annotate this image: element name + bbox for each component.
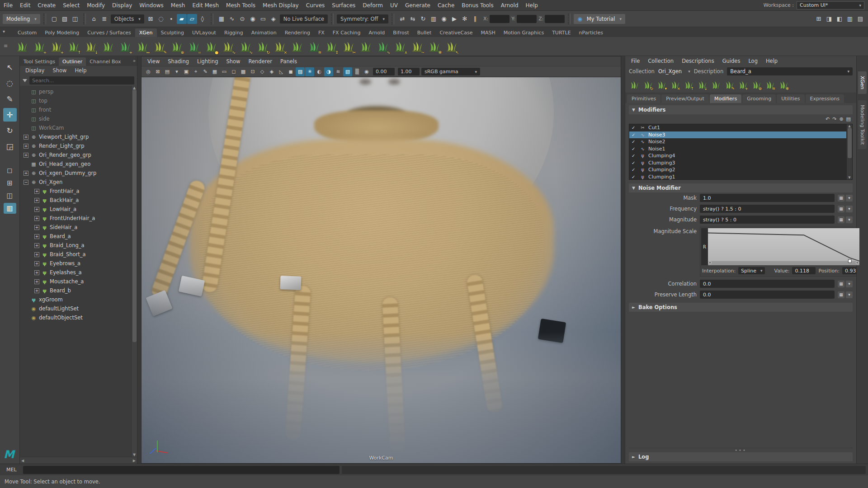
menu-item[interactable]: Display [108,0,136,11]
xgen-import-collection-icon[interactable]: ↓ [82,38,99,55]
xgen-comb-brush-icon[interactable]: ≋ [306,38,322,55]
2d-pan-zoom-icon[interactable]: ⌖ [191,67,200,76]
expand-toggle-icon[interactable]: + [34,198,39,203]
symmetry-selector[interactable]: Symmetry: Off ▾ [337,14,388,23]
menu-set-selector[interactable]: Modeling ▾ [3,14,40,24]
xgen-description-icon[interactable] [628,79,640,91]
toolbar-grip[interactable] [392,14,394,24]
x-ray-icon[interactable]: ▒ [353,67,362,76]
xgen-length-brush-icon[interactable]: ↕ [323,38,339,55]
ramp-widget[interactable]: R > Interpola [700,227,868,277]
ramp-curve-area[interactable] [708,228,859,265]
expression-menu-icon[interactable]: ▾ [846,216,853,223]
expand-toggle-icon[interactable] [24,306,28,311]
modifier-row[interactable]: ✓ ∿ Noise1 [629,145,846,153]
expand-toggle-icon[interactable]: + [34,261,39,266]
highlight-selection-icon[interactable]: ◌ [156,14,166,24]
shelf-tab[interactable]: MASH [476,28,499,37]
xgen-density-brush-icon[interactable] [288,38,305,55]
xgen-menu-item[interactable]: File [627,58,644,64]
lock-selection-icon[interactable]: ⊠ [146,14,156,24]
modifier-checkbox[interactable]: ✓ [632,160,637,165]
toolbar-grip[interactable] [331,14,334,24]
toolbar-grip[interactable] [83,14,86,24]
scroll-up-icon[interactable]: ▲ [133,86,136,90]
viewport-menu-item[interactable]: Renderer [245,58,277,65]
shelf-tab[interactable]: TURTLE [548,28,575,37]
coordinate-input[interactable] [490,15,509,23]
menu-item[interactable]: UV [387,0,401,11]
output-connections-icon[interactable]: ⇆ [408,14,418,24]
modifier-row[interactable]: ✓ ψ Clumping3 [629,160,846,167]
paint-select-tool-button[interactable]: ✎ [3,92,17,106]
xgen-copy-guides-icon[interactable]: ⊕ [168,38,184,55]
expression-menu-icon[interactable]: ▾ [846,195,853,202]
new-scene-icon[interactable]: ▢ [49,14,59,24]
collection-selector[interactable]: Ori_Xgen ▾ [658,68,690,75]
modifier-checkbox[interactable]: ✓ [632,174,637,179]
layout-four-pane-button[interactable]: ⊞ [4,178,16,188]
xgen-preview-refresh-icon[interactable]: ↻ [642,79,654,91]
menu-item[interactable]: Surfaces [328,0,359,11]
outliner-menu-item[interactable]: Help [71,67,90,74]
expand-toggle-icon[interactable]: + [34,216,39,221]
outliner-item[interactable]: + Beard_b [22,286,131,295]
shelf-tab[interactable]: Arnold [365,28,389,37]
xgen-curves-from-guides-icon[interactable]: ∿ [237,38,253,55]
textured-icon[interactable]: ▨ [296,67,305,76]
search-input[interactable] [29,76,134,84]
outliner-item[interactable]: side [22,114,131,123]
gate-mask-icon[interactable]: ▩ [239,67,248,76]
selection-mask-selector[interactable]: Objects ▾ [111,14,144,23]
outliner-item[interactable]: + Beard_a [22,232,131,241]
layout-two-pane-button[interactable]: ◫ [4,190,16,201]
lasso-tool-button[interactable]: ◌ [3,76,17,90]
xgen-tab[interactable]: Primitives [627,94,660,103]
grid-toggle-icon[interactable]: ▦ [210,67,219,76]
xgen-export-patches-icon[interactable]: ↑ [682,79,694,91]
rotate-tool-button[interactable]: ↻ [3,124,17,137]
xgen-sculpt-guides-icon[interactable]: ✎ [151,38,167,55]
xgen-smooth-brush-icon[interactable]: ~ [409,38,425,55]
noise-modifier-section-header[interactable]: ▼ Noise Modifier [629,183,853,192]
expand-toggle-icon[interactable]: + [34,243,39,248]
image-plane-icon[interactable]: ▣ [182,67,191,76]
toggle-attribute-editor-icon[interactable]: ◨ [824,14,834,24]
expand-toggle-icon[interactable] [24,117,28,122]
expand-toggle-icon[interactable]: + [24,144,28,149]
shelf-tab[interactable]: Poly Modeling [41,28,83,37]
workspace-selector[interactable]: Custom UI* ▾ [797,1,864,9]
modifier-row[interactable]: ✓ ∿ Noise3 [629,131,846,139]
bake-options-section-header[interactable]: ► Bake Options [629,303,853,312]
expand-toggle-icon[interactable]: + [34,225,39,230]
map-button-icon[interactable]: ▦ [838,195,844,202]
shelf-tab[interactable]: Bifrost [389,28,413,37]
layout-outliner-persp-button[interactable]: ▥ [4,203,16,214]
outliner-item[interactable]: + Braid_Long_a [22,241,131,250]
outliner-item[interactable]: + Render_Light_grp [22,141,131,150]
field-chart-icon[interactable]: ⊡ [248,67,257,76]
lock-camera-icon[interactable]: ⊠ [153,67,162,76]
scroll-thumb[interactable] [132,90,137,342]
modifier-row[interactable]: ✓ ✂ Cut1 [629,124,846,131]
menu-item[interactable]: Edit Mesh [189,0,222,11]
safe-action-icon[interactable]: ◇ [258,67,267,76]
construction-history-icon[interactable]: ↻ [418,14,428,24]
xgen-move-guides-icon[interactable]: ↔ [134,38,150,55]
modifier-scrollbar[interactable]: ▲ ▼ [846,124,852,179]
outliner-item[interactable]: defaultLightSet [22,304,131,313]
resolution-gate-icon[interactable]: ◻ [229,67,238,76]
viewport-canvas[interactable]: WorkCam [142,77,621,463]
xgen-bake-guides-icon[interactable]: ● [203,38,219,55]
snap-to-curve-icon[interactable]: ∿ [227,14,237,24]
xgen-select-brush-icon[interactable]: ↖ [443,38,459,55]
outliner-item[interactable]: + SideHair_a [22,223,131,232]
outliner-menu-item[interactable]: Show [49,67,70,74]
motion-blur-icon[interactable]: ≋ [334,67,343,76]
shelf-tab[interactable]: nParticles [575,28,607,37]
outliner-item[interactable]: top [22,96,131,105]
shelf-tab[interactable]: FX Caching [329,28,365,37]
interpolation-selector[interactable]: Spline ▾ [738,267,765,274]
outliner-item[interactable]: + LowHair_a [22,205,131,214]
modifier-folder-icon[interactable]: ▤ [846,116,851,122]
